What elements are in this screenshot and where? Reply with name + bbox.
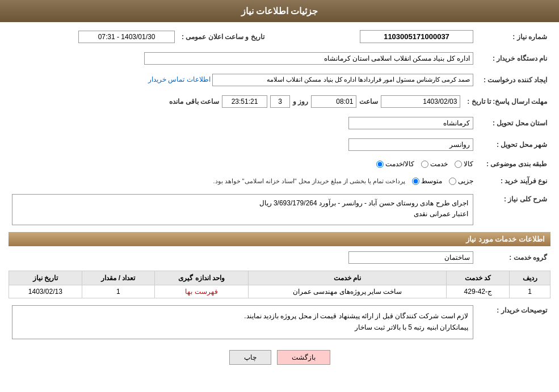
response-days-label: روز و xyxy=(293,98,308,106)
service-group-label: گروه خدمت : xyxy=(477,249,550,266)
creator-label: ایجاد کننده درخواست : xyxy=(477,71,550,88)
category-label: طبقه بندی موضوعی : xyxy=(477,158,550,170)
province-value: کرمانشاه xyxy=(348,117,473,129)
category-kala-khedmat-radio[interactable] xyxy=(376,161,384,168)
process-note: پرداخت تمام یا بخشی از مبلغ خریداز محل "… xyxy=(213,178,405,185)
process-motavasset-item: متوسط xyxy=(412,177,442,185)
print-button[interactable]: چاپ xyxy=(229,350,271,365)
niyaz-number-value: 1103005171000037 xyxy=(360,30,473,43)
unit-link[interactable]: فهرست بها xyxy=(185,288,217,296)
category-kala-label: کالا xyxy=(464,160,473,168)
response-remaining-value: 23:51:21 xyxy=(222,95,267,108)
col-row: ردیف xyxy=(510,271,550,285)
services-section-header: اطلاعات خدمات مورد نیاز xyxy=(9,232,550,246)
category-khedmat-label: خدمت xyxy=(430,160,448,168)
category-kala-khedmat-label: کالا/خدمت xyxy=(385,160,414,168)
col-count: تعداد / مقدار xyxy=(82,271,155,285)
buyer-notes-value: لازم است شرکت کنندگان قبل از ارائه پیشنه… xyxy=(12,305,473,339)
row-service-name: ساخت سایر پروژه‌های مهندسی عمران xyxy=(248,285,446,298)
process-jozi-item: جزیی xyxy=(449,177,473,185)
table-row: 1 ج-42-429 ساخت سایر پروژه‌های مهندسی عم… xyxy=(9,285,550,298)
row-count: 1 xyxy=(82,285,155,298)
buyer-notes-label: توصیحات خریدار : xyxy=(477,303,550,342)
col-code: کد خدمت xyxy=(447,271,510,285)
response-remaining-label: ساعت باقی مانده xyxy=(169,98,219,106)
service-group-value: ساختمان xyxy=(348,251,473,264)
buyer-org-label: نام دستگاه خریدار : xyxy=(477,50,550,67)
category-kala-radio[interactable] xyxy=(455,161,462,168)
creator-contact-link[interactable]: اطلاعات تماس خریدار xyxy=(148,75,211,83)
row-code: ج-42-429 xyxy=(447,285,510,298)
category-kala-khedmat-item: کالا/خدمت xyxy=(376,160,414,168)
date-label: تاریخ و ساعت اعلان عمومی : xyxy=(178,28,268,45)
category-kala-item: کالا xyxy=(455,160,473,168)
date-value: 1403/01/30 - 07:31 xyxy=(78,31,175,43)
category-khedmat-radio[interactable] xyxy=(421,161,428,168)
back-button[interactable]: بازگشت xyxy=(277,350,330,365)
city-value: روانسر xyxy=(348,138,473,151)
niyaz-number-label: شماره نیاز : xyxy=(477,28,550,45)
process-jozi-radio[interactable] xyxy=(449,178,456,185)
page-title: جزئیات اطلاعات نیاز xyxy=(241,6,318,16)
row-date: 1403/02/13 xyxy=(9,285,82,298)
province-label: استان محل تحویل : xyxy=(477,115,550,132)
response-time-value: 08:01 xyxy=(311,95,356,108)
description-text: اجرای طرح هادی روستای حسن آباد - روانسر … xyxy=(259,199,468,218)
col-date: تاریخ نیاز xyxy=(9,271,82,285)
process-jozi-label: جزیی xyxy=(458,177,473,185)
response-date-value: 1403/02/03 xyxy=(381,95,460,108)
row-number: 1 xyxy=(510,285,550,298)
city-label: شهر محل تحویل : xyxy=(477,136,550,153)
category-khedmat-item: خدمت xyxy=(421,160,448,168)
response-date-label: مهلت ارسال پاسخ: تا تاریخ : xyxy=(464,93,550,110)
col-name: نام خدمت xyxy=(248,271,446,285)
response-time-label: ساعت xyxy=(359,98,378,106)
creator-value: صمد کرمی کارشناس مستول امور قراردادها اد… xyxy=(212,74,473,86)
row-unit: فهرست بها xyxy=(155,285,249,298)
response-days-value: 3 xyxy=(270,95,290,108)
process-label: نوع فرآیند خرید : xyxy=(477,175,550,187)
process-motavasset-label: متوسط xyxy=(421,177,442,185)
buyer-notes-text: لازم است شرکت کنندگان قبل از ارائه پیشنه… xyxy=(244,312,468,331)
description-value: اجرای طرح هادی روستای حسن آباد - روانسر … xyxy=(12,194,473,225)
col-unit: واحد اندازه گیری xyxy=(155,271,249,285)
page-header: جزئیات اطلاعات نیاز xyxy=(0,0,559,22)
description-section-label: شرح کلی نیاز : xyxy=(477,192,550,227)
buyer-org-value: اداره کل بنیاد مسکن انقلاب اسلامی استان … xyxy=(144,52,473,65)
process-motavasset-radio[interactable] xyxy=(412,178,419,185)
button-row: بازگشت چاپ xyxy=(9,350,550,365)
